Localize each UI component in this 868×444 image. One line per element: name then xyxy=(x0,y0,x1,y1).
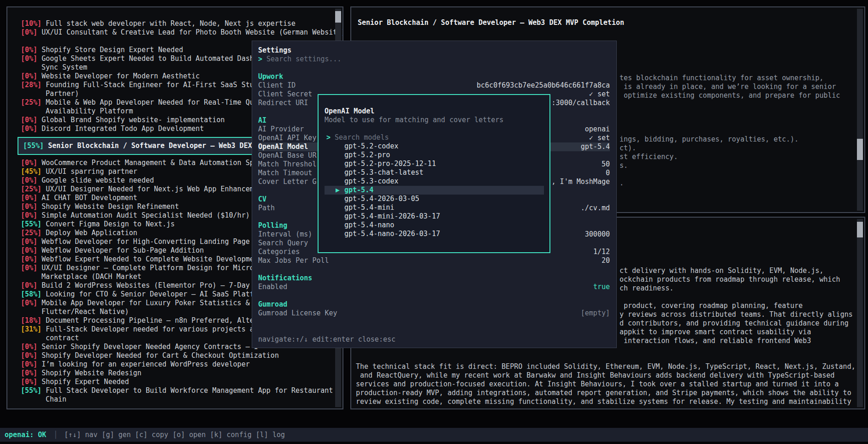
provider-status-ok xyxy=(34,431,38,439)
model-search-input[interactable]: > Search models xyxy=(325,133,544,142)
status-bar: openai: OK│[↑↓] nav [g] gen [c] copy [o]… xyxy=(0,428,868,442)
job-list-item[interactable]: [55%] Full Stack Developer to Build Work… xyxy=(21,386,338,395)
job-list-item[interactable]: [0%] Shopify Website Redesign xyxy=(21,369,338,378)
settings-row-value: openai xyxy=(585,125,610,134)
model-option[interactable]: gpt-5.2-codex xyxy=(325,142,544,151)
model-popup-title: OpenAI Model xyxy=(325,107,544,116)
settings-row-value: , I'm MoshMage xyxy=(552,178,610,186)
settings-row-label: Cover Letter G xyxy=(258,178,316,186)
settings-row-value: 300000 xyxy=(585,230,610,239)
job-detail-title: Senior Blockchain / Software Developer —… xyxy=(358,18,624,27)
keyboard-hints: [↑↓] nav [g] gen [c] copy [o] open [k] c… xyxy=(64,431,285,439)
model-option[interactable]: gpt-5.2-pro xyxy=(325,151,544,160)
settings-row-label: Match Timeout xyxy=(258,169,312,178)
settings-modal: Settings > Search settings... UpworkClie… xyxy=(252,41,617,348)
settings-row-value: :3000/callback xyxy=(552,99,610,107)
settings-row-value: true xyxy=(593,283,610,291)
model-option[interactable]: gpt-5.2-pro-2025-12-11 xyxy=(325,160,544,168)
settings-row-label: Interval (ms) xyxy=(258,230,312,239)
settings-row-value: 50 xyxy=(602,160,610,169)
settings-row-label: Redirect URI xyxy=(258,99,308,107)
job-description-line: is already in place, and we’re looking f… xyxy=(620,83,836,91)
provider-status-value: OK xyxy=(38,431,46,439)
settings-row-value: 1/12 xyxy=(593,248,610,256)
app-root: [10%] Full stack web developer with Reac… xyxy=(0,0,868,444)
settings-row-value: ./cv.md xyxy=(581,204,610,213)
model-picker-popup: OpenAI Model Model to use for matching a… xyxy=(318,94,550,253)
settings-row[interactable]: Gumroad License Key[empty] xyxy=(258,309,610,318)
provider-status-label: openai: xyxy=(0,431,34,439)
settings-row-label: Gumroad License Key xyxy=(258,309,337,318)
job-list-item[interactable]: [0%] UX/UI Consultant & Creative Lead fo… xyxy=(21,28,338,37)
job-list-scrollbar-thumb[interactable] xyxy=(335,11,341,23)
model-option[interactable]: gpt-5.3-chat-latest xyxy=(325,168,544,177)
model-option[interactable]: gpt-5.4-nano-2026-03-17 xyxy=(325,230,544,238)
settings-row-value: 20 xyxy=(602,256,610,265)
cover-letter-line: product, covering roadmap planning, feat… xyxy=(620,302,803,310)
settings-row-value: 0 xyxy=(606,169,610,178)
model-option[interactable]: gpt-5.4-nano xyxy=(325,221,544,230)
cover-letter-line: and ReactQuery, while my recent work at … xyxy=(356,371,835,380)
cover-letter-scrollbar-thumb[interactable] xyxy=(857,222,863,237)
model-option-selected[interactable]: ▶gpt-5.4 xyxy=(325,186,544,195)
settings-section-header: Gumroad xyxy=(258,300,610,309)
model-search-placeholder: Search models xyxy=(335,133,389,142)
job-list-item[interactable]: [10%] Full stack web developer with Reac… xyxy=(21,19,338,28)
cover-letter-line: appkit to improve smart contract usabili… xyxy=(620,328,811,337)
job-description-line: ings, bidding, purchases, royalties, etc… xyxy=(620,135,798,144)
model-option[interactable]: gpt-5.4-mini xyxy=(325,203,544,212)
settings-row-label: Categories xyxy=(258,248,300,256)
cover-letter-scrollbar[interactable] xyxy=(857,219,863,407)
settings-row-label: OpenAI API Key xyxy=(258,134,316,142)
model-list: gpt-5.2-codexgpt-5.2-progpt-5.2-pro-2025… xyxy=(325,142,544,238)
cover-letter-line: ct delivery with hands-on Solidity, EVM,… xyxy=(620,266,824,275)
cover-letter-line: The technical stack fit is direct: BEPRO… xyxy=(356,362,856,371)
settings-row-label: Path xyxy=(258,204,275,213)
cover-letter-line: ockchain products from roadmap through r… xyxy=(620,275,840,284)
job-list-item[interactable]: [0%] Shopify Expert Needed xyxy=(21,378,338,386)
cover-letter-line: interaction flows, and reliable frontend… xyxy=(620,337,811,345)
settings-row-label: Match Threshol xyxy=(258,160,316,169)
settings-row-value: ✓ set xyxy=(589,134,610,142)
settings-row-value: ✓ set xyxy=(589,90,610,99)
settings-row-label: Search Query xyxy=(258,239,308,248)
cover-letter-line: d contributors, and providing technical … xyxy=(620,319,849,328)
status-divider: │ xyxy=(46,431,64,439)
settings-section-header: Upwork xyxy=(258,72,610,81)
settings-row[interactable]: Enabledtrue xyxy=(258,283,610,291)
prompt-icon: > xyxy=(258,55,262,63)
model-option[interactable]: gpt-5.3-codex xyxy=(325,177,544,186)
prompt-icon: > xyxy=(326,133,331,142)
cover-letter-line: ch readiness. xyxy=(620,284,673,293)
settings-row-label: Enabled xyxy=(258,283,287,291)
model-option[interactable]: gpt-5.4-mini-2026-03-17 xyxy=(325,212,544,221)
cover-letter-line: review existing code, complete missing f… xyxy=(356,397,851,406)
job-description-line: optimize existing components, and prepar… xyxy=(620,91,840,100)
cover-letter-line: production-ready MVP, adding integration… xyxy=(356,389,851,397)
settings-row-label: AI Provider xyxy=(258,125,304,134)
settings-search-input[interactable]: > Search settings... xyxy=(258,55,610,64)
model-option[interactable]: gpt-5.4-2026-03-05 xyxy=(325,195,544,203)
job-description-line: st efficiency. xyxy=(620,153,678,161)
settings-section-header: Notifications xyxy=(258,274,610,283)
settings-row-value: [empty] xyxy=(581,309,610,318)
settings-row-label: OpenAI Model xyxy=(258,142,308,151)
job-detail-scrollbar[interactable] xyxy=(857,9,863,211)
settings-row[interactable]: Max Jobs Per Poll20 xyxy=(258,256,610,265)
settings-row-label: OpenAI Base UR xyxy=(258,151,316,160)
job-list-item[interactable]: Chain xyxy=(21,395,338,404)
job-description-line: . xyxy=(620,179,624,188)
settings-row-label: Client Secret xyxy=(258,90,312,99)
settings-row[interactable]: Client IDbc6c0f693cb7ee25a0b646c661f7a8c… xyxy=(258,81,610,90)
job-list-item[interactable]: [0%] I’m looking for an experienced Word… xyxy=(21,360,338,369)
selection-arrow-icon: ▶ xyxy=(336,186,340,195)
settings-footer-hints: navigate:↑/↓ edit:enter close:esc xyxy=(258,335,396,344)
settings-row-value: bc6c0f693cb7ee25a0b646c661f7a8ca xyxy=(477,81,610,90)
model-popup-subtitle: Model to use for matching and cover lett… xyxy=(325,116,544,124)
job-detail-scrollbar-thumb[interactable] xyxy=(857,139,863,160)
settings-row-label: Max Jobs Per Poll xyxy=(258,256,329,265)
job-list-item[interactable]: [0%] Shopify Developer Needed for Cart &… xyxy=(21,351,338,360)
job-description-line: ct). xyxy=(620,144,636,153)
settings-row-value: gpt-5.4 xyxy=(581,142,610,151)
settings-row-label: Client ID xyxy=(258,81,295,90)
